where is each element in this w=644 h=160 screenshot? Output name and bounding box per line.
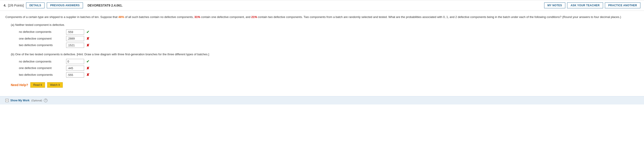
table-row: no defective components ✔ [19,29,638,35]
q-points: [2/6 Points] [8,4,24,7]
q-num: 4. [4,4,6,7]
table-row: one defective component ✘ [19,66,638,71]
practice-another-button[interactable]: PRACTICE ANOTHER [605,2,640,8]
watch-it-button[interactable]: Watch It [47,82,63,88]
pct2: 31% [194,15,200,19]
pct3: 21% [251,15,257,19]
problem-text-2: of all such batches contain no defective… [124,15,194,19]
part-b-label: (b) One of the two tested components is … [11,52,638,57]
row-label: one defective component [19,66,64,70]
correct-icon: ✔ [86,29,89,35]
answer-input-b2[interactable] [66,66,84,71]
answer-input-a3[interactable] [66,43,84,48]
row-label: two defective components [19,43,64,48]
row-label: no defective components [19,59,64,64]
table-row: no defective components ✔ [19,59,638,64]
previous-answers-button[interactable]: PREVIOUS ANSWERS [47,2,83,8]
ask-teacher-button[interactable]: ASK YOUR TEACHER [567,2,603,8]
problem-text-4: contain two defective components. Two co… [257,15,621,19]
problem-text-3: contain one defective component, and [200,15,252,19]
incorrect-icon: ✘ [86,66,89,71]
answer-input-a2[interactable] [66,36,84,41]
answer-input-a1[interactable] [66,30,84,34]
need-help-section: Need Help? Read It Watch It [11,82,638,88]
row-label: no defective components [19,30,64,34]
problem-text: Components of a certain type are shipped… [6,15,638,20]
incorrect-icon: ✘ [86,72,89,78]
need-help-label: Need Help? [11,82,28,88]
question-content: Components of a certain type are shipped… [0,11,644,96]
incorrect-icon: ✘ [86,36,89,42]
read-it-button[interactable]: Read It [30,82,45,88]
details-button[interactable]: DETAILS [26,2,45,8]
question-header: 4. [2/6 Points] DETAILS PREVIOUS ANSWERS… [0,0,644,11]
show-my-work-toggle[interactable]: + [6,99,8,102]
problem-text-1: Components of a certain type are shipped… [6,15,118,19]
correct-icon: ✔ [86,59,89,64]
row-label: two defective components [19,72,64,77]
problem-title: DEVORESTAT9 2.4.061. [85,4,542,7]
pct1: 48% [118,15,124,19]
show-my-work-label: Show My Work [10,99,30,102]
my-notes-button[interactable]: MY NOTES [544,2,566,8]
answer-input-b1[interactable] [66,59,84,64]
table-row: two defective components ✘ [19,72,638,78]
table-row: two defective components ✘ [19,42,638,48]
incorrect-icon: ✘ [86,42,89,48]
question-number: 4. [2/6 Points] [4,4,24,7]
row-label: one defective component [19,36,64,41]
show-my-work-section: + Show My Work (Optional) ? [0,96,644,104]
answer-input-b3[interactable] [66,72,84,78]
table-row: one defective component ✘ [19,36,638,42]
page-wrapper: 4. [2/6 Points] DETAILS PREVIOUS ANSWERS… [0,0,644,160]
header-actions: MY NOTES ASK YOUR TEACHER PRACTICE ANOTH… [544,2,640,8]
help-icon[interactable]: ? [44,99,48,102]
optional-label: (Optional) [31,99,42,102]
part-a-label: (a) Neither tested component is defectiv… [11,23,638,28]
